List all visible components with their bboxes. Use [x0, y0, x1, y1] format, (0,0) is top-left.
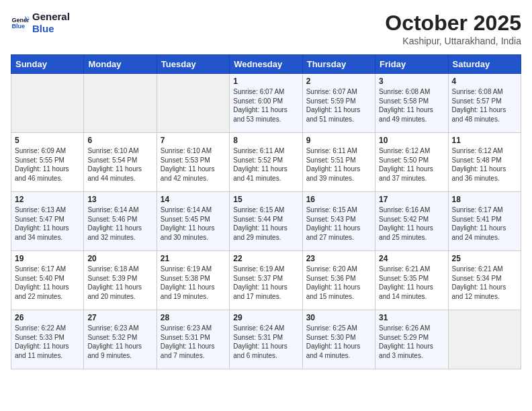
calendar-cell: 21Sunrise: 6:19 AMSunset: 5:38 PMDayligh…: [157, 251, 229, 310]
day-number: 31: [379, 313, 444, 322]
cell-content: Sunrise: 6:23 AMSunset: 5:31 PMDaylight:…: [161, 324, 226, 360]
day-number: 19: [15, 254, 80, 263]
cell-content: Sunrise: 6:17 AMSunset: 5:40 PMDaylight:…: [15, 265, 80, 301]
week-row-4: 19Sunrise: 6:17 AMSunset: 5:40 PMDayligh…: [11, 251, 521, 310]
cell-content: Sunrise: 6:16 AMSunset: 5:42 PMDaylight:…: [379, 205, 444, 242]
calendar-cell: 10Sunrise: 6:12 AMSunset: 5:50 PMDayligh…: [375, 133, 448, 192]
calendar-cell: 11Sunrise: 6:12 AMSunset: 5:48 PMDayligh…: [448, 133, 521, 192]
cell-content: Sunrise: 6:21 AMSunset: 5:34 PMDaylight:…: [452, 265, 517, 301]
cell-content: Sunrise: 6:13 AMSunset: 5:47 PMDaylight:…: [15, 205, 80, 242]
calendar-cell: 27Sunrise: 6:23 AMSunset: 5:32 PMDayligh…: [84, 310, 157, 369]
calendar-cell: [157, 74, 229, 133]
svg-text:General: General: [11, 17, 30, 24]
week-row-2: 5Sunrise: 6:09 AMSunset: 5:55 PMDaylight…: [11, 133, 521, 192]
calendar-cell: 12Sunrise: 6:13 AMSunset: 5:47 PMDayligh…: [11, 192, 84, 251]
cell-content: Sunrise: 6:07 AMSunset: 6:00 PMDaylight:…: [233, 87, 298, 124]
cell-content: Sunrise: 6:08 AMSunset: 5:57 PMDaylight:…: [452, 87, 517, 124]
calendar-cell: 3Sunrise: 6:08 AMSunset: 5:58 PMDaylight…: [375, 74, 448, 133]
calendar-cell: 17Sunrise: 6:16 AMSunset: 5:42 PMDayligh…: [375, 192, 448, 251]
calendar-cell: 6Sunrise: 6:10 AMSunset: 5:54 PMDaylight…: [84, 133, 157, 192]
calendar-cell: 7Sunrise: 6:10 AMSunset: 5:53 PMDaylight…: [157, 133, 229, 192]
day-number: 14: [161, 195, 226, 204]
day-number: 29: [233, 313, 298, 322]
weekday-header-monday: Monday: [84, 55, 157, 74]
day-number: 17: [379, 195, 444, 204]
calendar-cell: 18Sunrise: 6:17 AMSunset: 5:41 PMDayligh…: [448, 192, 521, 251]
page-header: General Blue General Blue October 2025 K…: [11, 11, 521, 46]
cell-content: Sunrise: 6:12 AMSunset: 5:50 PMDaylight:…: [379, 146, 444, 183]
day-number: 25: [452, 254, 517, 263]
calendar-cell: 31Sunrise: 6:26 AMSunset: 5:29 PMDayligh…: [375, 310, 448, 369]
day-number: 22: [233, 254, 298, 263]
location-subtitle: Kashipur, Uttarakhand, India: [385, 36, 521, 46]
day-number: 15: [233, 195, 298, 204]
logo-text-general: General: [32, 11, 70, 23]
cell-content: Sunrise: 6:12 AMSunset: 5:48 PMDaylight:…: [452, 146, 517, 183]
day-number: 28: [161, 313, 226, 322]
day-number: 8: [233, 136, 298, 145]
day-number: 7: [161, 136, 226, 145]
cell-content: Sunrise: 6:09 AMSunset: 5:55 PMDaylight:…: [15, 146, 80, 183]
calendar-cell: 15Sunrise: 6:15 AMSunset: 5:44 PMDayligh…: [230, 192, 302, 251]
calendar-cell: 8Sunrise: 6:11 AMSunset: 5:52 PMDaylight…: [230, 133, 302, 192]
calendar-cell: 4Sunrise: 6:08 AMSunset: 5:57 PMDaylight…: [448, 74, 521, 133]
calendar-cell: 2Sunrise: 6:07 AMSunset: 5:59 PMDaylight…: [302, 74, 375, 133]
day-number: 11: [452, 136, 517, 145]
day-number: 23: [306, 254, 371, 263]
day-number: 3: [379, 77, 444, 86]
cell-content: Sunrise: 6:08 AMSunset: 5:58 PMDaylight:…: [379, 87, 444, 124]
day-number: 26: [15, 313, 80, 322]
title-block: October 2025 Kashipur, Uttarakhand, Indi…: [385, 11, 521, 46]
weekday-header-row: SundayMondayTuesdayWednesdayThursdayFrid…: [11, 55, 521, 74]
week-row-1: 1Sunrise: 6:07 AMSunset: 6:00 PMDaylight…: [11, 74, 521, 133]
day-number: 9: [306, 136, 371, 145]
logo-text-blue: Blue: [32, 23, 70, 35]
calendar-cell: 29Sunrise: 6:24 AMSunset: 5:31 PMDayligh…: [230, 310, 302, 369]
calendar-cell: 5Sunrise: 6:09 AMSunset: 5:55 PMDaylight…: [11, 133, 84, 192]
day-number: 12: [15, 195, 80, 204]
weekday-header-friday: Friday: [375, 55, 448, 74]
day-number: 4: [452, 77, 517, 86]
cell-content: Sunrise: 6:15 AMSunset: 5:43 PMDaylight:…: [306, 205, 371, 242]
weekday-header-thursday: Thursday: [302, 55, 375, 74]
cell-content: Sunrise: 6:18 AMSunset: 5:39 PMDaylight:…: [87, 265, 152, 301]
day-number: 6: [87, 136, 152, 145]
day-number: 10: [379, 136, 444, 145]
calendar-cell: 30Sunrise: 6:25 AMSunset: 5:30 PMDayligh…: [302, 310, 375, 369]
calendar-cell: 22Sunrise: 6:19 AMSunset: 5:37 PMDayligh…: [230, 251, 302, 310]
calendar-cell: 16Sunrise: 6:15 AMSunset: 5:43 PMDayligh…: [302, 192, 375, 251]
day-number: 13: [87, 195, 152, 204]
calendar-table: SundayMondayTuesdayWednesdayThursdayFrid…: [11, 54, 521, 369]
cell-content: Sunrise: 6:26 AMSunset: 5:29 PMDaylight:…: [379, 324, 444, 360]
calendar-cell: [11, 74, 84, 133]
calendar-cell: 14Sunrise: 6:14 AMSunset: 5:45 PMDayligh…: [157, 192, 229, 251]
calendar-cell: [84, 74, 157, 133]
logo-icon: General Blue: [11, 13, 30, 32]
cell-content: Sunrise: 6:24 AMSunset: 5:31 PMDaylight:…: [233, 324, 298, 360]
cell-content: Sunrise: 6:15 AMSunset: 5:44 PMDaylight:…: [233, 205, 298, 242]
calendar-cell: 19Sunrise: 6:17 AMSunset: 5:40 PMDayligh…: [11, 251, 84, 310]
weekday-header-tuesday: Tuesday: [157, 55, 229, 74]
cell-content: Sunrise: 6:17 AMSunset: 5:41 PMDaylight:…: [452, 205, 517, 242]
calendar-cell: 24Sunrise: 6:21 AMSunset: 5:35 PMDayligh…: [375, 251, 448, 310]
svg-text:Blue: Blue: [11, 23, 25, 30]
calendar-cell: 26Sunrise: 6:22 AMSunset: 5:33 PMDayligh…: [11, 310, 84, 369]
day-number: 16: [306, 195, 371, 204]
cell-content: Sunrise: 6:19 AMSunset: 5:38 PMDaylight:…: [161, 265, 226, 301]
cell-content: Sunrise: 6:11 AMSunset: 5:51 PMDaylight:…: [306, 146, 371, 183]
cell-content: Sunrise: 6:14 AMSunset: 5:46 PMDaylight:…: [87, 205, 152, 242]
weekday-header-sunday: Sunday: [11, 55, 84, 74]
weekday-header-wednesday: Wednesday: [230, 55, 302, 74]
cell-content: Sunrise: 6:21 AMSunset: 5:35 PMDaylight:…: [379, 265, 444, 301]
calendar-cell: 23Sunrise: 6:20 AMSunset: 5:36 PMDayligh…: [302, 251, 375, 310]
cell-content: Sunrise: 6:11 AMSunset: 5:52 PMDaylight:…: [233, 146, 298, 183]
calendar-cell: 1Sunrise: 6:07 AMSunset: 6:00 PMDaylight…: [230, 74, 302, 133]
day-number: 5: [15, 136, 80, 145]
day-number: 1: [233, 77, 298, 86]
day-number: 24: [379, 254, 444, 263]
cell-content: Sunrise: 6:07 AMSunset: 5:59 PMDaylight:…: [306, 87, 371, 124]
cell-content: Sunrise: 6:20 AMSunset: 5:36 PMDaylight:…: [306, 265, 371, 301]
cell-content: Sunrise: 6:25 AMSunset: 5:30 PMDaylight:…: [306, 324, 371, 360]
cell-content: Sunrise: 6:10 AMSunset: 5:53 PMDaylight:…: [161, 146, 226, 183]
day-number: 30: [306, 313, 371, 322]
